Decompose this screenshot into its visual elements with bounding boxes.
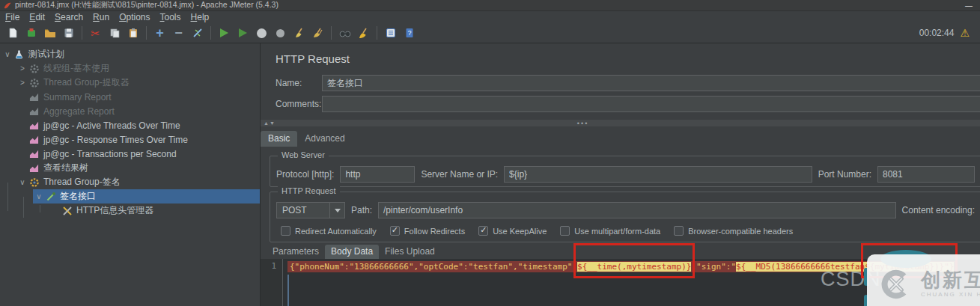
name-input[interactable]: [322, 75, 980, 91]
menu-run[interactable]: Run: [93, 12, 109, 22]
header-manager-tools-icon: [61, 206, 73, 216]
report-chart-icon: [28, 135, 40, 145]
menu-options[interactable]: Options: [119, 12, 150, 22]
tab-basic[interactable]: Basic: [261, 131, 297, 147]
toolbar-separator: [146, 26, 147, 40]
tree-item-summary-report[interactable]: > Summary Report: [0, 90, 260, 104]
test-plan-flask-icon: [13, 49, 25, 60]
toolbar-separator: [210, 26, 211, 40]
tree-item-label: Thread Group-签名: [43, 176, 121, 189]
server-name-input[interactable]: [504, 166, 812, 183]
search-icon[interactable]: [335, 25, 354, 42]
chevron-down-icon[interactable]: ∨: [33, 192, 45, 201]
tree-item-label: Summary Report: [43, 92, 112, 102]
path-label: Path:: [351, 205, 372, 215]
toolbar-separator: [331, 26, 332, 40]
tree-item-transactions-per-second[interactable]: > jp@gc - Transactions per Second: [0, 147, 260, 161]
clear-icon[interactable]: [290, 25, 308, 42]
save-icon[interactable]: [59, 25, 78, 42]
clear-all-icon[interactable]: [308, 25, 327, 42]
minimize-button[interactable]: —: [961, 1, 977, 10]
checkbox-icon[interactable]: [281, 226, 290, 236]
shutdown-icon[interactable]: [271, 25, 290, 42]
checkbox-icon[interactable]: [560, 226, 570, 236]
stop-icon[interactable]: [252, 25, 271, 42]
port-number-input[interactable]: [877, 166, 975, 183]
tree-item-active-threads-over-time[interactable]: > jp@gc - Active Threads Over Time: [0, 118, 260, 132]
method-select[interactable]: POST: [276, 202, 345, 218]
report-chart-icon: [28, 149, 40, 159]
tree-item-label: jp@gc - Active Threads Over Time: [43, 120, 180, 131]
tab-advanced[interactable]: Advanced: [297, 131, 352, 147]
menu-help[interactable]: Help: [191, 12, 210, 22]
chevron-down-icon[interactable]: ∨: [16, 178, 28, 186]
add-icon[interactable]: +: [150, 25, 169, 42]
copy-icon[interactable]: [105, 25, 124, 42]
chevron-down-icon[interactable]: ∨: [1, 50, 13, 58]
tree-indent-guide: [40, 205, 40, 212]
checkbox-check-icon[interactable]: [390, 226, 400, 236]
tree-item-label: Aggregate Report: [43, 106, 115, 117]
tree-item-sign-api[interactable]: ∨ 签名接口: [0, 189, 260, 204]
path-input[interactable]: [378, 202, 896, 218]
tree-item-label: 测试计划: [28, 48, 64, 61]
report-chart-icon: [28, 106, 40, 117]
tab-parameters[interactable]: Parameters: [267, 245, 325, 259]
basic-advanced-tabs: Basic Advanced: [261, 129, 353, 147]
tree-item-thread-group-basic[interactable]: > 线程组-基本使用: [0, 61, 260, 76]
jmeter-logo-icon: [3, 1, 12, 10]
http-request-panel: HTTP Request Name: Comments: ▲▼ ••• Basi…: [261, 43, 980, 306]
toggle-icon[interactable]: [188, 25, 207, 42]
start-icon[interactable]: [215, 25, 234, 42]
thread-group-gear-icon: [28, 64, 40, 74]
window-titlebar: pinter-0814.jmx (H:\性能测试\0815\pinter-081…: [0, 0, 980, 10]
protocol-input[interactable]: [340, 166, 415, 183]
splitter-grip-icon[interactable]: •••: [577, 120, 588, 127]
toolbar-separator: [82, 26, 82, 40]
cut-icon[interactable]: ✂: [86, 25, 105, 42]
warning-icon[interactable]: ⚠: [960, 28, 970, 38]
checkbox-use-multipart[interactable]: Use multipart/form-data: [560, 226, 660, 236]
checkbox-follow-redirects[interactable]: Follow Redirects: [390, 226, 465, 236]
checkbox-browser-compatible-headers[interactable]: Browser-compatible headers: [674, 226, 793, 236]
brand-watermark: 创新互联 CHUANG XIN HU LIAN: [867, 254, 980, 306]
report-chart-icon: [28, 120, 40, 131]
tree-item-response-times-over-time[interactable]: > jp@gc - Response Times Over Time: [0, 132, 260, 147]
start-no-pauses-icon[interactable]: [234, 25, 252, 42]
line-number-gutter: 1: [261, 259, 283, 306]
tree-indent-guide: [23, 197, 24, 218]
tree-item-view-results-tree[interactable]: > 查看结果树: [0, 161, 260, 175]
new-file-icon[interactable]: [3, 25, 22, 42]
tree-item-test-plan[interactable]: ∨ 测试计划: [0, 47, 260, 61]
menu-edit[interactable]: Edit: [29, 12, 45, 22]
templates-icon[interactable]: [22, 25, 40, 42]
tab-body-data[interactable]: Body Data: [325, 245, 379, 259]
function-helper-icon[interactable]: [381, 25, 400, 42]
dropdown-arrow-icon[interactable]: [329, 203, 344, 218]
open-folder-icon[interactable]: [40, 25, 59, 42]
tree-item-thread-group-sign[interactable]: ∨ Thread Group-签名: [0, 175, 260, 189]
body-segment: ,"sign":": [691, 262, 736, 272]
paste-icon[interactable]: [124, 25, 142, 42]
toolbar-separator: [377, 26, 377, 40]
tab-files-upload[interactable]: Files Upload: [379, 245, 441, 259]
chevron-right-icon[interactable]: >: [16, 79, 28, 87]
tree-item-thread-group-extractor[interactable]: > Thread Group-提取器: [0, 76, 260, 90]
tree-item-aggregate-report[interactable]: > Aggregate Report: [0, 104, 260, 118]
chevron-right-icon[interactable]: >: [16, 64, 28, 73]
checkbox-icon[interactable]: [674, 226, 684, 236]
splitter-collapse-icon[interactable]: ▲▼: [261, 120, 276, 126]
remove-icon[interactable]: −: [169, 25, 188, 42]
checkbox-check-icon[interactable]: [478, 226, 488, 236]
help-icon[interactable]: ?: [400, 25, 419, 42]
comments-input[interactable]: [322, 96, 980, 112]
menu-search[interactable]: Search: [55, 12, 83, 22]
brand-name: 创新互联: [921, 270, 980, 290]
menu-tools[interactable]: Tools: [160, 12, 181, 22]
search-reset-icon[interactable]: [354, 25, 373, 42]
checkbox-redirect-automatically[interactable]: Redirect Automatically: [281, 226, 377, 236]
checkbox-use-keepalive[interactable]: Use KeepAlive: [478, 226, 547, 236]
panel-splitter[interactable]: ▲▼ •••: [261, 120, 980, 126]
menu-file[interactable]: File: [5, 12, 19, 22]
report-chart-icon: [28, 92, 40, 102]
